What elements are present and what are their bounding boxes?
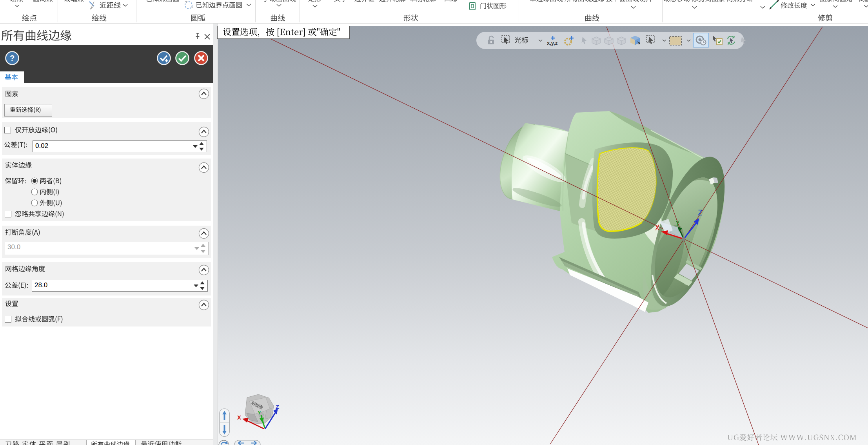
svg-text:x,y,z: x,y,z [547, 40, 558, 46]
svg-text:?: ? [10, 54, 15, 62]
